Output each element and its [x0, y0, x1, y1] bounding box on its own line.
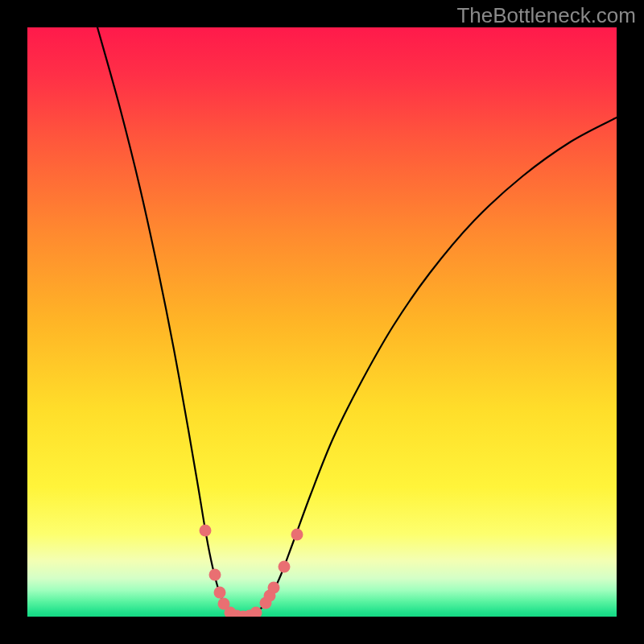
heatmap-background	[27, 27, 617, 617]
data-marker	[200, 525, 212, 537]
data-marker	[291, 529, 303, 541]
data-marker	[209, 569, 221, 581]
chart-frame: TheBottleneck.com	[0, 0, 644, 644]
data-marker	[268, 582, 280, 594]
chart-svg	[27, 27, 617, 617]
plot-area	[27, 27, 617, 617]
watermark-text: TheBottleneck.com	[456, 3, 636, 28]
data-marker	[279, 561, 291, 573]
data-marker	[214, 587, 226, 599]
